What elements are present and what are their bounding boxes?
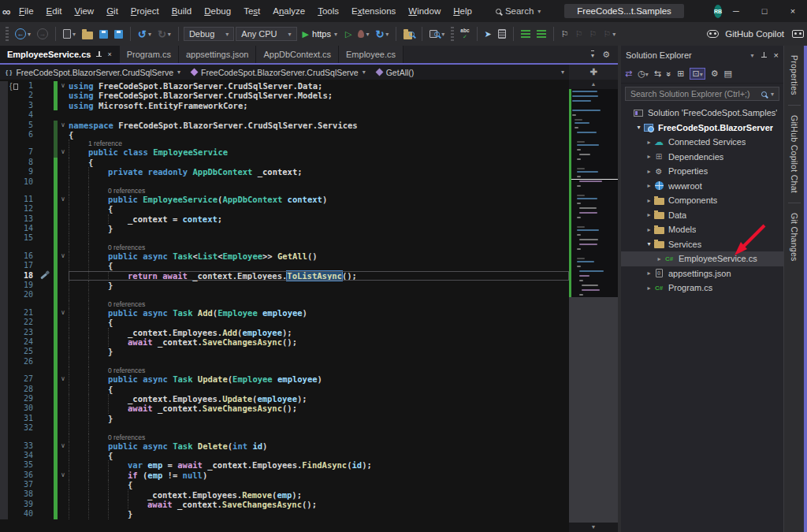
tab-settings-gear-icon[interactable]: ⚙ (602, 50, 610, 60)
pending-changes-filter-icon[interactable]: ◷▾ (638, 69, 649, 79)
tree-item-properties[interactable]: ▸Properties (621, 164, 783, 179)
collapsed-arrow-icon[interactable]: ▸ (645, 226, 653, 233)
window-position-chevron-icon[interactable]: ▾ (751, 52, 754, 59)
line-text[interactable]: public class EmployeeService (69, 147, 569, 157)
menu-view[interactable]: View (68, 5, 100, 17)
line-text[interactable]: await _context.SaveChangesAsync(); (69, 404, 569, 413)
breakpoint-margin[interactable] (0, 328, 8, 337)
document-list-dropdown-icon[interactable]: ▾ (591, 50, 594, 59)
redo-button[interactable]: ↻▾ (155, 27, 173, 42)
code-line[interactable]: 39await _context.SaveChangesAsync(); (0, 500, 569, 509)
spell-checker-button[interactable]: abc✓ (458, 27, 471, 41)
tree-item-dependencies[interactable]: ▸Dependencies (621, 150, 783, 165)
code-line[interactable]: 38_context.Employees.Remove(emp); (0, 489, 569, 499)
fold-toggle[interactable]: ∨ (58, 471, 69, 480)
increase-indent-button[interactable] (534, 28, 549, 39)
breakpoint-margin[interactable] (0, 471, 8, 480)
breakpoint-margin[interactable] (0, 244, 8, 251)
collapse-all-icon[interactable]: » (664, 71, 674, 76)
breakpoint-margin[interactable] (0, 500, 8, 509)
fold-toggle[interactable]: ∨ (58, 195, 69, 204)
solution-explorer-search-input[interactable]: Search Solution Explorer (Ctrl+;) ▾ (625, 87, 779, 101)
sync-selection-icon[interactable]: ⇆ (654, 69, 661, 79)
decrease-indent-button[interactable] (519, 28, 533, 39)
line-text[interactable]: } (69, 509, 569, 519)
breakpoint-margin[interactable] (0, 110, 8, 120)
tree-item-employeeservice-cs[interactable]: ▸EmployeeService.cs (621, 251, 783, 266)
code-line[interactable]: 21∨public async Task Add(Employee employ… (0, 308, 569, 318)
code-line[interactable]: 13_context = context; (0, 214, 569, 224)
code-line[interactable]: 22{ (0, 318, 569, 327)
codelens-row[interactable]: 0 references (0, 366, 569, 374)
breakpoint-margin[interactable] (0, 480, 8, 489)
code-line[interactable]: 9private readonly AppDbContext _context; (0, 167, 569, 177)
line-text[interactable]: { (69, 480, 569, 489)
breakpoint-margin[interactable] (0, 195, 8, 204)
quick-actions-screwdriver-icon[interactable] (40, 273, 47, 279)
expanded-arrow-icon[interactable]: ▾ (634, 124, 643, 131)
code-line[interactable]: 23_context.Employees.Add(employee); (0, 328, 569, 337)
line-text[interactable] (69, 423, 569, 433)
menu-window[interactable]: Window (402, 5, 447, 17)
breakpoint-margin[interactable] (0, 451, 8, 460)
code-line[interactable]: 4 (0, 110, 569, 120)
code-line[interactable]: 33∨public async Task Delete(int id) (0, 441, 569, 451)
codelens-row[interactable]: 0 references (0, 433, 569, 441)
code-line[interactable]: 30await _context.SaveChangesAsync(); (0, 404, 569, 413)
code-line[interactable]: 27∨public async Task Update(Employee emp… (0, 374, 569, 384)
code-line[interactable]: 20 (0, 290, 569, 299)
pin-tab-icon[interactable] (95, 51, 102, 58)
line-text[interactable]: 0 references (69, 366, 569, 374)
breakpoint-margin[interactable] (0, 404, 8, 413)
tab-employeeservice.cs[interactable]: EmployeeService.cs× (0, 46, 120, 63)
breakpoint-margin[interactable] (0, 233, 8, 243)
collapsed-arrow-icon[interactable]: ▸ (645, 153, 653, 160)
scrollbar-track[interactable] (569, 297, 618, 523)
breakpoint-margin[interactable] (0, 204, 8, 214)
line-text[interactable]: 1 reference (69, 140, 569, 147)
line-text[interactable]: { (69, 261, 569, 270)
code-line[interactable]: 5∨namespace FreeCodeSpot.BlazorServer.Cr… (0, 121, 569, 130)
line-text[interactable]: private readonly AppDbContext _context; (69, 167, 569, 177)
line-text[interactable] (69, 233, 569, 243)
code-line[interactable]: 31} (0, 414, 569, 423)
code-line[interactable]: 11∨public EmployeeService(AppDbContext c… (0, 195, 569, 204)
codelens-row[interactable]: 0 references (0, 244, 569, 251)
side-tab-git-changes[interactable]: Git Changes (790, 206, 799, 268)
breakpoint-margin[interactable] (0, 224, 8, 233)
open-file-button[interactable] (80, 28, 95, 41)
codelens-references[interactable]: 0 references (108, 300, 145, 308)
line-text[interactable]: public async Task<List<Employee>> GetAll… (69, 251, 569, 261)
pin-icon[interactable] (761, 52, 768, 59)
line-text[interactable] (69, 177, 569, 187)
line-text[interactable]: _context = context; (69, 214, 569, 224)
codelens-references[interactable]: 1 reference (88, 140, 122, 147)
breakpoint-margin[interactable] (0, 101, 8, 110)
code-line[interactable]: 16∨public async Task<List<Employee>> Get… (0, 251, 569, 261)
line-text[interactable]: { (69, 385, 569, 394)
close-panel-icon[interactable]: × (774, 50, 779, 60)
code-line[interactable]: 7∨public class EmployeeService (0, 147, 569, 157)
code-line[interactable]: 14} (0, 224, 569, 233)
breakpoint-margin[interactable] (0, 441, 8, 451)
tree-item-appsettings-json[interactable]: ▸appsettings.json (621, 266, 783, 281)
search-control[interactable]: Search ▾ (489, 5, 547, 17)
breakpoint-margin[interactable] (0, 357, 8, 366)
minimize-button[interactable]: ─ (722, 0, 750, 22)
side-tab-github-copilot-chat[interactable]: GitHub Copilot Chat (790, 109, 799, 199)
split-window-handle[interactable]: ✚ (569, 65, 618, 80)
breakpoint-margin[interactable] (0, 347, 8, 356)
fold-toggle[interactable]: ∨ (58, 81, 69, 91)
line-text[interactable]: } (69, 224, 569, 233)
fold-toggle[interactable]: ∨ (58, 441, 69, 451)
line-text[interactable]: public async Task Add(Employee employee) (69, 308, 569, 318)
line-text[interactable]: 0 references (69, 187, 569, 195)
collapsed-arrow-icon[interactable]: ▸ (655, 255, 664, 262)
codelens-row[interactable]: 1 reference (0, 140, 569, 147)
breakpoint-margin[interactable] (0, 414, 8, 423)
line-text[interactable] (69, 357, 569, 366)
line-text[interactable]: _context.Employees.Add(employee); (69, 328, 569, 337)
breakpoint-margin[interactable] (0, 308, 8, 318)
find-in-files-button[interactable] (401, 28, 417, 41)
breakpoint-margin[interactable] (0, 130, 8, 140)
